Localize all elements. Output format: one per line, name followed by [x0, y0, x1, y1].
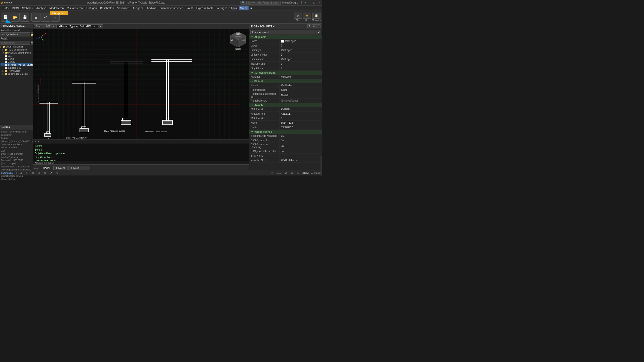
cmd-input[interactable] [36, 161, 248, 164]
tree-arrow: ▶ [3, 70, 4, 72]
search-bar[interactable]: 🔍 [240, 1, 281, 5]
tab-new[interactable]: + [98, 24, 103, 28]
tab-modell[interactable]: Modell [40, 166, 53, 170]
tab-001[interactable]: 001* ✕ [44, 24, 57, 28]
tab-layout2[interactable]: Layout2 [68, 166, 83, 170]
section-allgemein[interactable]: ▼ Allgemein [249, 35, 322, 39]
tree-item-demo2[interactable]: 📄 Demo2 [1, 60, 32, 63]
menu-datei[interactable]: Datei [1, 6, 11, 10]
menu-einfuegen[interactable]: Einfügen [85, 6, 98, 10]
section-3d[interactable]: ▼ 3D-Visualisierung [249, 71, 322, 75]
undo-btn[interactable]: ↩ [41, 13, 50, 22]
prop-layer: Layer 0 [249, 43, 322, 48]
menu-verfuegbare-apps[interactable]: Verfügbare Apps [215, 6, 238, 10]
tree-label: Typicals_140 [8, 67, 21, 69]
print-btn[interactable]: 🖨 [31, 13, 41, 22]
menu-more[interactable]: ■ [249, 6, 254, 10]
close-btn[interactable]: ✕ [317, 1, 321, 5]
model-settings-btn[interactable]: ⚙ [36, 167, 38, 170]
drawing-canvas[interactable]: Isometrisch-DWG OBEN VORNE S W O [33, 29, 249, 139]
props-btn1[interactable]: ⚙ [307, 24, 311, 28]
status-modell[interactable]: MODELL [2, 171, 14, 174]
section-plotstil[interactable]: ▼ Plotstil [249, 79, 322, 83]
status-workspace[interactable]: ☀ [270, 171, 274, 174]
menu-verwalten[interactable]: Verwalten [116, 6, 131, 10]
menu-addins[interactable]: Add-ins [145, 6, 158, 10]
menu-sucri[interactable]: SuCri [239, 6, 249, 10]
tab-start[interactable]: Start [34, 24, 44, 28]
viewport-cube[interactable]: OBEN VORNE S W O WAS [230, 31, 245, 49]
tab-add-layout[interactable]: + [84, 166, 91, 170]
status-isolate-btn[interactable]: ⊘ [284, 171, 288, 174]
status-snap-btn[interactable]: ≡ [25, 171, 28, 174]
tree-icon: 📁 [5, 52, 8, 54]
prop-mittelpunkt-z: Mittelpunkt Z 0 [249, 116, 322, 121]
project-search[interactable] [1, 41, 30, 45]
section-ansicht[interactable]: ▼ Ansicht [249, 103, 322, 107]
star-btn[interactable]: ★ S... [303, 13, 311, 21]
search-input[interactable] [246, 1, 278, 4]
menu-express-tools[interactable]: Express Tools [194, 6, 215, 10]
section-verschiedenes[interactable]: ▼ Verschiedenes [249, 130, 322, 134]
settings-icon[interactable]: ⚙ [304, 1, 306, 4]
tree-item-pid[interactable]: ▶ 📁 P&ID-Zeichnungen [1, 48, 32, 51]
menu-vault[interactable]: Vault [185, 6, 194, 10]
props-select-row: Keine Auswahl [250, 30, 321, 34]
status-props-btn[interactable]: ⊡ [296, 171, 300, 174]
tree-item-zugehoerige[interactable]: ▶ 📁 Zugehörige Dateien [1, 72, 32, 75]
model-menu-btn[interactable]: ≡ [34, 167, 36, 170]
minimize-btn[interactable]: — [307, 1, 311, 5]
status-dynmode-btn[interactable]: ⟲ [55, 171, 59, 174]
tree-icon: 📄 [5, 55, 7, 57]
cmd-input-row[interactable]: ✕ [33, 161, 249, 165]
menu-analyse[interactable]: Analyse [35, 6, 48, 10]
tree-label: SuCri_Installation [6, 46, 24, 48]
tree-label: P&ID-Zeichnungen [8, 49, 27, 51]
menu-zusammenarbeiten[interactable]: Zusammenarbeiten [158, 6, 185, 10]
props-btn3[interactable]: □ [316, 24, 320, 28]
menu-isos[interactable]: ISOS [11, 6, 20, 10]
status-osnap-btn[interactable]: ⊕ [43, 171, 47, 174]
proj-open-btn[interactable]: 📁 [31, 32, 33, 36]
project-manager-header: PROJEKTMANAGER [0, 24, 33, 28]
menu-stahlbau[interactable]: Stahlbau [21, 6, 34, 10]
status-annotation-btn[interactable]: 1:1 [276, 171, 282, 174]
props-btn2[interactable]: ✕ [312, 24, 316, 28]
tree-item-001[interactable]: 📄 001 [1, 54, 32, 57]
tree-item-siframo[interactable]: 📄 siFramo_Typicals_StützeF80 [1, 63, 32, 66]
status-grid-btn[interactable]: ⊞ [19, 171, 23, 174]
prop-objekthoehe: Objekthöhe 0 [249, 66, 322, 71]
tree-item-rohrklassen[interactable]: ▶ 📁 Rohrklassen [1, 69, 32, 72]
status-polar-btn[interactable]: ⬡ [37, 171, 41, 174]
help-icon[interactable]: ? [301, 1, 302, 4]
svg-text:Sifamo P40 LA100 1a/1000: Sifamo P40 LA100 1a/1000 [104, 130, 125, 132]
tab-close-btn[interactable]: ✕ [52, 25, 54, 28]
tree-item-typicals140[interactable]: 📄 Typicals_140 [1, 66, 32, 69]
manager-btn[interactable]: 📋 Manager [312, 13, 321, 21]
skia-btn[interactable]: ◇ Skia [294, 13, 302, 21]
section-label: Verschiedenes [254, 130, 272, 133]
tree-item-sucri[interactable]: ▶ 📁 SuCri_Installation [1, 45, 32, 48]
prop-plotstiltabelle: Plotstiltabelle Keine [249, 88, 322, 92]
tab-layout1[interactable]: Layout1 [53, 166, 68, 170]
menu-ausgabe[interactable]: Ausgabe [131, 6, 145, 10]
status-ortho-btn[interactable]: ◫ [30, 171, 35, 174]
project-combo[interactable] [1, 32, 30, 36]
maximize-btn[interactable]: □ [312, 1, 316, 5]
props-selection-combo[interactable]: Keine Auswahl [250, 30, 321, 34]
tab-siframo[interactable]: siFramo_Typicals_StützeF80* ✕ [57, 24, 98, 28]
status-otrack-btn[interactable]: ↗ [49, 171, 53, 174]
status-hardcopy-btn[interactable]: 🖨 [290, 171, 294, 174]
tab-close-btn[interactable]: ✕ [94, 25, 96, 28]
menu-visualisieren[interactable]: Visualisieren [65, 6, 84, 10]
save-btn[interactable]: 💾 [20, 13, 29, 22]
tree-item-demo[interactable]: 📄 Demo [1, 57, 32, 60]
tree-item-plant3d[interactable]: ▼ 📁 Plant 3D-Zeichnungen [1, 51, 32, 54]
freigeben-badge[interactable]: Freigeben [50, 11, 68, 15]
new-btn[interactable]: 📄 [1, 13, 10, 22]
search-btn[interactable]: 🔍 [31, 41, 33, 45]
open-btn[interactable]: 📂 [11, 13, 20, 22]
menu-beschriften[interactable]: Beschriften [99, 6, 115, 10]
project-manager-title: PROJEKTMANAGER [2, 24, 26, 27]
menu-modellieren[interactable]: Modellieren [48, 6, 65, 10]
